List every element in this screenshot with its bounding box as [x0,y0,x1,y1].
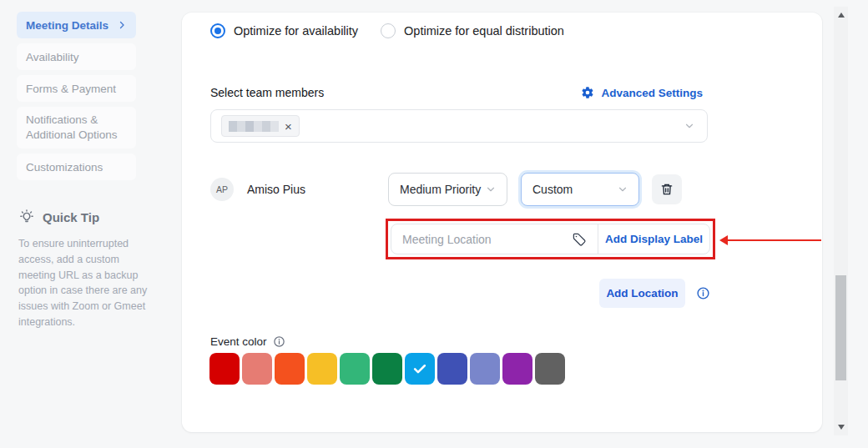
add-location-row: Add Location [599,279,710,308]
sidebar-item-label: Availability [26,51,79,63]
meeting-location-field-group: Add Display Label [391,224,710,254]
scrollbar-thumb[interactable] [835,275,846,380]
priority-select-value: Medium Priority [400,183,481,196]
settings-sidebar: Meeting Details Availability Forms & Pay… [17,12,136,185]
sidebar-item-availability[interactable]: Availability [17,43,136,70]
team-members-label: Select team members [210,86,324,99]
sidebar-item-forms-payment[interactable]: Forms & Payment [17,75,136,102]
chevron-down-icon [684,120,695,132]
chevron-down-icon [485,184,497,195]
gear-icon [581,86,594,99]
advanced-settings-label: Advanced Settings [601,87,703,99]
quick-tip-panel: Quick Tip To ensure uninterrupted access… [18,209,150,330]
selected-member-chip: × [221,115,300,137]
color-swatch[interactable] [535,353,565,385]
location-type-select-value: Custom [532,183,573,196]
color-swatch[interactable] [209,353,240,385]
radio-optimize-equal-distribution[interactable]: Optimize for equal distribution [381,23,564,38]
color-swatch[interactable] [242,353,272,385]
radio-optimize-availability[interactable]: Optimize for availability [210,23,358,38]
color-swatch[interactable] [502,353,532,385]
meeting-settings-panel: Optimize for availability Optimize for e… [182,13,822,432]
meeting-location-input-wrap [391,224,598,254]
trash-icon [659,182,674,197]
location-type-select[interactable]: Custom [521,173,639,206]
sidebar-item-notifications-options[interactable]: Notifications & Additional Options [17,107,136,148]
color-swatch[interactable] [437,353,467,385]
chevron-down-icon [617,184,628,195]
tag-icon[interactable] [572,232,587,247]
meeting-location-input[interactable] [391,233,572,246]
add-display-label-button[interactable]: Add Display Label [598,224,709,254]
quick-tip-body: To ensure uninterrupted access, add a cu… [18,236,150,330]
color-swatch[interactable] [307,353,337,385]
event-color-label: Event color [210,335,267,348]
optimize-radio-group: Optimize for availability Optimize for e… [210,23,564,38]
left-arrow-icon [719,234,821,246]
radio-unselected-icon[interactable] [381,23,396,38]
sidebar-item-label: Customizations [26,161,103,174]
info-icon[interactable] [696,286,710,300]
radio-label: Optimize for equal distribution [404,24,564,38]
sidebar-item-label: Forms & Payment [26,83,116,95]
team-members-header: Select team members Advanced Settings [210,86,708,99]
sidebar-item-label: Meeting Details [26,19,108,32]
redacted-member-name [229,121,279,132]
sidebar-item-customizations[interactable]: Customizations [17,154,136,180]
info-icon[interactable] [273,335,285,348]
color-swatch[interactable] [470,353,500,385]
event-color-palette [209,353,565,385]
color-swatch[interactable] [340,353,370,385]
scroll-up-arrow-icon[interactable] [838,13,845,18]
radio-selected-icon[interactable] [210,23,225,38]
sidebar-item-label: Notifications & Additional Options [26,113,127,142]
annotation-highlight-box: Add Display Label [386,219,715,259]
color-swatch-selected[interactable] [405,353,435,385]
scroll-down-arrow-icon[interactable] [838,425,845,430]
check-icon [411,360,428,377]
team-member-row: AP Amiso Pius Medium Priority Custom [210,173,711,206]
member-name: Amiso Pius [247,183,305,196]
close-icon[interactable]: × [285,120,292,133]
radio-label: Optimize for availability [234,24,358,38]
quick-tip-title: Quick Tip [43,210,99,224]
add-location-button[interactable]: Add Location [599,279,685,308]
vertical-scrollbar[interactable] [834,7,848,435]
color-swatch[interactable] [275,353,305,385]
priority-select[interactable]: Medium Priority [388,173,507,206]
event-color-header: Event color [210,335,285,348]
color-swatch[interactable] [372,353,402,385]
sidebar-item-meeting-details[interactable]: Meeting Details [17,12,136,38]
avatar: AP [210,178,234,201]
advanced-settings-link[interactable]: Advanced Settings [581,86,703,99]
team-members-select[interactable]: × [210,109,708,143]
chevron-right-icon [117,20,127,30]
delete-member-button[interactable] [652,174,682,204]
lightbulb-icon [18,209,35,225]
